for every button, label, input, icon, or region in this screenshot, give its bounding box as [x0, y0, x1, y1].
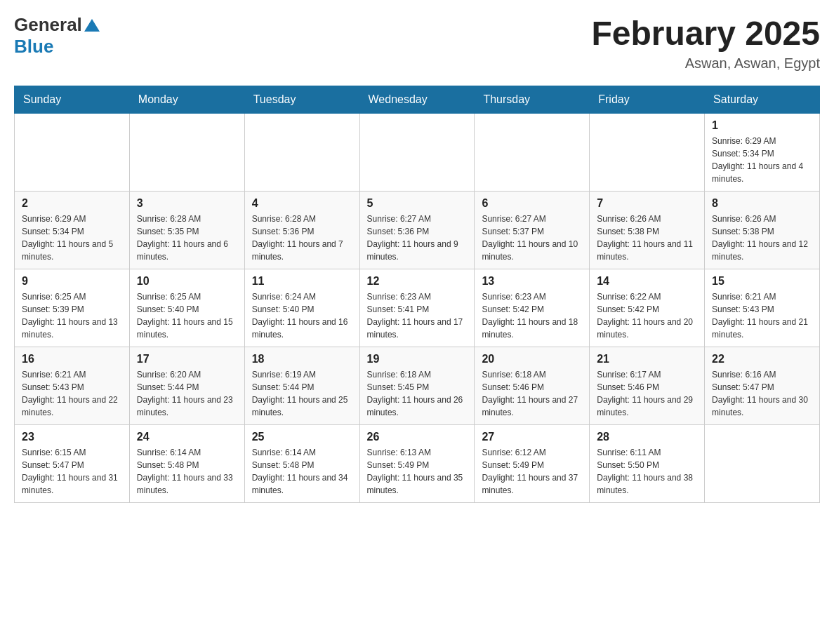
header-sunday: Sunday [15, 86, 130, 114]
logo-triangle-icon [84, 19, 100, 32]
table-row: 28Sunrise: 6:11 AM Sunset: 5:50 PM Dayli… [590, 425, 705, 503]
day-info: Sunrise: 6:23 AM Sunset: 5:42 PM Dayligh… [482, 290, 582, 341]
table-row: 8Sunrise: 6:26 AM Sunset: 5:38 PM Daylig… [705, 192, 820, 269]
day-info: Sunrise: 6:25 AM Sunset: 5:40 PM Dayligh… [137, 290, 237, 341]
table-row: 6Sunrise: 6:27 AM Sunset: 5:37 PM Daylig… [475, 192, 590, 269]
page-header: General Blue February 2025 Aswan, Aswan,… [14, 14, 820, 72]
table-row [359, 114, 475, 192]
day-number: 1 [712, 119, 812, 132]
day-info: Sunrise: 6:26 AM Sunset: 5:38 PM Dayligh… [712, 213, 812, 263]
day-number: 22 [712, 353, 812, 365]
table-row: 21Sunrise: 6:17 AM Sunset: 5:46 PM Dayli… [590, 347, 705, 425]
day-info: Sunrise: 6:29 AM Sunset: 5:34 PM Dayligh… [22, 213, 122, 263]
table-row: 12Sunrise: 6:23 AM Sunset: 5:41 PM Dayli… [359, 269, 475, 347]
day-number: 23 [22, 431, 122, 443]
calendar-week-row: 2Sunrise: 6:29 AM Sunset: 5:34 PM Daylig… [15, 192, 820, 269]
table-row: 13Sunrise: 6:23 AM Sunset: 5:42 PM Dayli… [475, 269, 590, 347]
day-number: 28 [597, 431, 697, 443]
table-row: 10Sunrise: 6:25 AM Sunset: 5:40 PM Dayli… [129, 269, 244, 347]
day-number: 20 [482, 353, 582, 365]
logo-general-text: General [14, 14, 82, 36]
table-row: 15Sunrise: 6:21 AM Sunset: 5:43 PM Dayli… [705, 269, 820, 347]
calendar-week-row: 9Sunrise: 6:25 AM Sunset: 5:39 PM Daylig… [15, 269, 820, 347]
day-info: Sunrise: 6:25 AM Sunset: 5:39 PM Dayligh… [22, 290, 122, 341]
day-info: Sunrise: 6:23 AM Sunset: 5:41 PM Dayligh… [367, 290, 468, 341]
day-number: 7 [597, 197, 697, 210]
table-row: 26Sunrise: 6:13 AM Sunset: 5:49 PM Dayli… [359, 425, 475, 503]
table-row: 18Sunrise: 6:19 AM Sunset: 5:44 PM Dayli… [244, 347, 359, 425]
calendar-table: Sunday Monday Tuesday Wednesday Thursday… [14, 86, 820, 503]
day-number: 8 [712, 197, 812, 210]
day-number: 4 [252, 197, 352, 210]
day-number: 11 [252, 275, 352, 288]
header-tuesday: Tuesday [244, 86, 359, 114]
day-info: Sunrise: 6:18 AM Sunset: 5:46 PM Dayligh… [482, 368, 582, 419]
calendar-week-row: 1Sunrise: 6:29 AM Sunset: 5:34 PM Daylig… [15, 114, 820, 192]
weekday-header-row: Sunday Monday Tuesday Wednesday Thursday… [15, 86, 820, 114]
month-title: February 2025 [591, 14, 820, 53]
day-info: Sunrise: 6:14 AM Sunset: 5:48 PM Dayligh… [252, 446, 352, 497]
day-info: Sunrise: 6:22 AM Sunset: 5:42 PM Dayligh… [597, 290, 697, 341]
table-row: 11Sunrise: 6:24 AM Sunset: 5:40 PM Dayli… [244, 269, 359, 347]
table-row: 14Sunrise: 6:22 AM Sunset: 5:42 PM Dayli… [590, 269, 705, 347]
day-info: Sunrise: 6:13 AM Sunset: 5:49 PM Dayligh… [367, 446, 468, 497]
header-thursday: Thursday [475, 86, 590, 114]
day-info: Sunrise: 6:19 AM Sunset: 5:44 PM Dayligh… [252, 368, 352, 419]
day-info: Sunrise: 6:15 AM Sunset: 5:47 PM Dayligh… [22, 446, 122, 497]
day-info: Sunrise: 6:21 AM Sunset: 5:43 PM Dayligh… [22, 368, 122, 419]
day-info: Sunrise: 6:12 AM Sunset: 5:49 PM Dayligh… [482, 446, 582, 497]
day-number: 6 [482, 197, 582, 210]
header-monday: Monday [129, 86, 244, 114]
table-row [244, 114, 359, 192]
table-row: 2Sunrise: 6:29 AM Sunset: 5:34 PM Daylig… [15, 192, 130, 269]
day-number: 13 [482, 275, 582, 288]
day-number: 27 [482, 431, 582, 443]
table-row [129, 114, 244, 192]
day-number: 9 [22, 275, 122, 288]
table-row: 5Sunrise: 6:27 AM Sunset: 5:36 PM Daylig… [359, 192, 475, 269]
table-row: 20Sunrise: 6:18 AM Sunset: 5:46 PM Dayli… [475, 347, 590, 425]
day-number: 19 [367, 353, 468, 365]
day-info: Sunrise: 6:16 AM Sunset: 5:47 PM Dayligh… [712, 368, 812, 419]
logo-blue-text: Blue [14, 36, 53, 57]
table-row [705, 425, 820, 503]
day-number: 15 [712, 275, 812, 288]
header-saturday: Saturday [705, 86, 820, 114]
day-number: 3 [137, 197, 237, 210]
day-info: Sunrise: 6:14 AM Sunset: 5:48 PM Dayligh… [137, 446, 237, 497]
day-number: 18 [252, 353, 352, 365]
day-number: 24 [137, 431, 237, 443]
calendar-week-row: 23Sunrise: 6:15 AM Sunset: 5:47 PM Dayli… [15, 425, 820, 503]
day-number: 10 [137, 275, 237, 288]
day-info: Sunrise: 6:27 AM Sunset: 5:36 PM Dayligh… [367, 213, 468, 263]
table-row: 4Sunrise: 6:28 AM Sunset: 5:36 PM Daylig… [244, 192, 359, 269]
day-info: Sunrise: 6:24 AM Sunset: 5:40 PM Dayligh… [252, 290, 352, 341]
location-subtitle: Aswan, Aswan, Egypt [591, 55, 820, 72]
table-row: 3Sunrise: 6:28 AM Sunset: 5:35 PM Daylig… [129, 192, 244, 269]
day-number: 17 [137, 353, 237, 365]
day-number: 14 [597, 275, 697, 288]
calendar-week-row: 16Sunrise: 6:21 AM Sunset: 5:43 PM Dayli… [15, 347, 820, 425]
day-info: Sunrise: 6:29 AM Sunset: 5:34 PM Dayligh… [712, 135, 812, 185]
day-info: Sunrise: 6:11 AM Sunset: 5:50 PM Dayligh… [597, 446, 697, 497]
table-row: 25Sunrise: 6:14 AM Sunset: 5:48 PM Dayli… [244, 425, 359, 503]
day-info: Sunrise: 6:17 AM Sunset: 5:46 PM Dayligh… [597, 368, 697, 419]
svg-marker-0 [84, 19, 100, 32]
table-row: 17Sunrise: 6:20 AM Sunset: 5:44 PM Dayli… [129, 347, 244, 425]
table-row [590, 114, 705, 192]
title-section: February 2025 Aswan, Aswan, Egypt [591, 14, 820, 72]
day-info: Sunrise: 6:27 AM Sunset: 5:37 PM Dayligh… [482, 213, 582, 263]
day-info: Sunrise: 6:28 AM Sunset: 5:36 PM Dayligh… [252, 213, 352, 263]
table-row: 24Sunrise: 6:14 AM Sunset: 5:48 PM Dayli… [129, 425, 244, 503]
table-row: 19Sunrise: 6:18 AM Sunset: 5:45 PM Dayli… [359, 347, 475, 425]
table-row: 7Sunrise: 6:26 AM Sunset: 5:38 PM Daylig… [590, 192, 705, 269]
day-number: 16 [22, 353, 122, 365]
table-row: 16Sunrise: 6:21 AM Sunset: 5:43 PM Dayli… [15, 347, 130, 425]
day-info: Sunrise: 6:28 AM Sunset: 5:35 PM Dayligh… [137, 213, 237, 263]
header-wednesday: Wednesday [359, 86, 475, 114]
day-number: 25 [252, 431, 352, 443]
table-row: 1Sunrise: 6:29 AM Sunset: 5:34 PM Daylig… [705, 114, 820, 192]
day-number: 5 [367, 197, 468, 210]
day-info: Sunrise: 6:18 AM Sunset: 5:45 PM Dayligh… [367, 368, 468, 419]
day-info: Sunrise: 6:26 AM Sunset: 5:38 PM Dayligh… [597, 213, 697, 263]
